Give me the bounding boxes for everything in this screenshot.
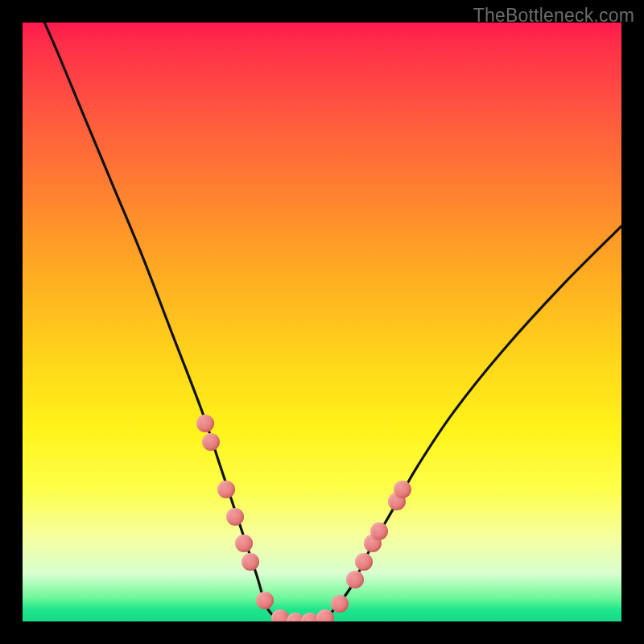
data-marker bbox=[346, 571, 364, 588]
chart-frame: TheBottleneck.com bbox=[0, 0, 644, 644]
data-marker bbox=[202, 433, 220, 451]
data-marker bbox=[226, 508, 244, 526]
bottleneck-curve bbox=[23, 23, 621, 621]
data-marker bbox=[242, 553, 259, 571]
data-marker bbox=[355, 553, 373, 571]
watermark-text: TheBottleneck.com bbox=[473, 5, 634, 27]
data-marker bbox=[331, 595, 349, 613]
plot-area bbox=[23, 23, 621, 621]
data-marker bbox=[370, 522, 388, 540]
data-marker bbox=[316, 609, 334, 621]
